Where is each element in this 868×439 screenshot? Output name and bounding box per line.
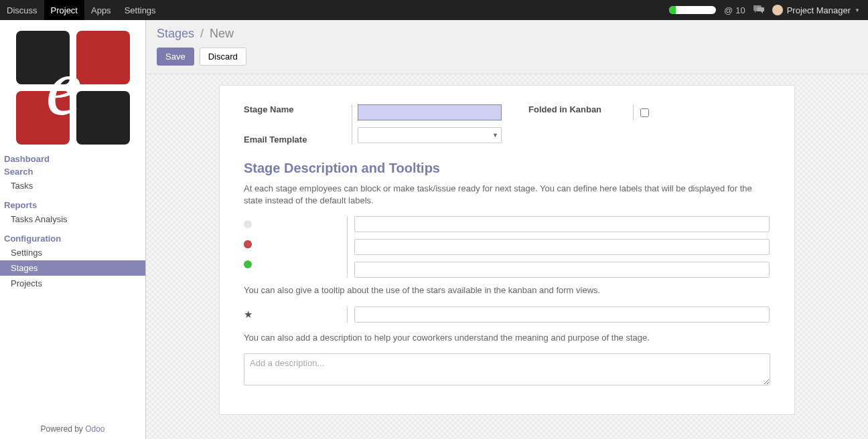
sidebar-item-settings[interactable]: Settings bbox=[0, 245, 145, 260]
mentions-badge[interactable]: @ 10 bbox=[724, 5, 745, 15]
breadcrumb-parent[interactable]: Stages bbox=[157, 27, 194, 40]
nav-apps[interactable]: Apps bbox=[84, 0, 118, 21]
sidebar-item-projects[interactable]: Projects bbox=[0, 276, 145, 291]
sidebar-search[interactable]: Search bbox=[0, 165, 145, 178]
progress-indicator[interactable] bbox=[669, 6, 716, 14]
sidebar: e Dashboard Search Tasks Reports Tasks A… bbox=[0, 20, 146, 439]
at-icon: @ bbox=[724, 5, 733, 15]
save-button[interactable]: Save bbox=[157, 48, 194, 66]
user-menu[interactable]: Project Manager ▼ bbox=[772, 5, 860, 15]
sidebar-configuration[interactable]: Configuration bbox=[0, 232, 145, 245]
top-bar-right: @ 10 Project Manager ▼ bbox=[669, 5, 868, 16]
star-tooltip-input[interactable] bbox=[354, 306, 770, 323]
breadcrumb: Stages / New bbox=[157, 27, 857, 41]
form-sheet: Stage Name Email Template ▼ Folded in Ka… bbox=[219, 85, 795, 415]
email-template-select[interactable]: ▼ bbox=[358, 127, 502, 143]
discard-button[interactable]: Discard bbox=[200, 48, 246, 66]
green-label-input[interactable] bbox=[354, 262, 770, 278]
sidebar-item-tasks-analysis[interactable]: Tasks Analysis bbox=[0, 211, 145, 227]
progress-fill bbox=[669, 6, 676, 14]
top-nav: Discuss Project Apps Settings bbox=[0, 0, 163, 21]
tooltips-star-desc: You can also give a tooltip about the us… bbox=[244, 284, 770, 296]
top-bar: Discuss Project Apps Settings @ 10 Proje… bbox=[0, 0, 868, 20]
user-name: Project Manager bbox=[787, 5, 851, 15]
nav-settings[interactable]: Settings bbox=[118, 0, 163, 21]
email-template-label: Email Template bbox=[244, 135, 348, 145]
mentions-count: 10 bbox=[735, 5, 745, 15]
chevron-down-icon: ▼ bbox=[855, 7, 860, 13]
tooltips-title: Stage Description and Tooltips bbox=[244, 161, 770, 176]
status-dot-red-icon bbox=[244, 240, 252, 248]
stage-name-label: Stage Name bbox=[244, 104, 348, 114]
logo: e bbox=[0, 25, 145, 153]
sidebar-dashboard[interactable]: Dashboard bbox=[0, 153, 145, 165]
odoo-link[interactable]: Odoo bbox=[85, 424, 104, 434]
status-dot-green-icon bbox=[244, 260, 252, 268]
red-label-input[interactable] bbox=[354, 239, 770, 255]
folded-label: Folded in Kanban bbox=[528, 104, 629, 114]
content-area: Stages / New Save Discard Stage Name Ema… bbox=[146, 20, 868, 439]
description-textarea[interactable] bbox=[244, 353, 770, 385]
breadcrumb-sep: / bbox=[200, 27, 204, 40]
breadcrumb-current: New bbox=[210, 27, 234, 40]
nav-discuss[interactable]: Discuss bbox=[0, 0, 44, 21]
star-icon: ★ bbox=[244, 309, 252, 321]
chat-icon[interactable] bbox=[753, 5, 764, 16]
stage-name-input[interactable] bbox=[358, 104, 502, 120]
status-dot-grey-icon bbox=[244, 220, 252, 228]
grey-label-input[interactable] bbox=[354, 216, 770, 232]
chevron-down-icon: ▼ bbox=[492, 132, 498, 139]
sidebar-item-stages[interactable]: Stages bbox=[0, 260, 145, 276]
nav-project[interactable]: Project bbox=[44, 0, 84, 21]
avatar bbox=[772, 5, 783, 15]
content-header: Stages / New Save Discard bbox=[146, 20, 868, 74]
sidebar-item-tasks[interactable]: Tasks bbox=[0, 178, 145, 193]
tooltips-descr-desc: You can also add a description to help y… bbox=[244, 332, 770, 344]
sidebar-reports[interactable]: Reports bbox=[0, 199, 145, 211]
folded-checkbox[interactable] bbox=[640, 108, 649, 117]
tooltips-desc: At each stage employees can block or mak… bbox=[244, 183, 770, 207]
powered-by: Powered by Odoo bbox=[0, 419, 145, 439]
